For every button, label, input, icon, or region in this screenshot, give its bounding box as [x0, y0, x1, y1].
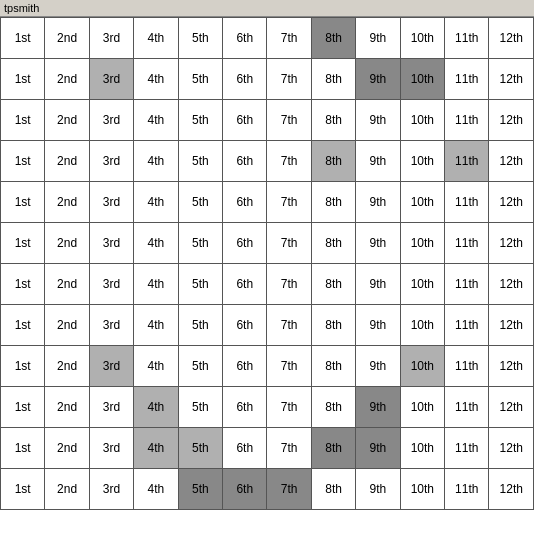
- table-cell[interactable]: 8th: [311, 428, 355, 469]
- table-cell[interactable]: 3rd: [89, 18, 133, 59]
- table-cell[interactable]: 12th: [489, 305, 534, 346]
- table-cell[interactable]: 2nd: [45, 387, 89, 428]
- table-cell[interactable]: 10th: [400, 100, 444, 141]
- table-cell[interactable]: 6th: [223, 428, 267, 469]
- table-cell[interactable]: 3rd: [89, 428, 133, 469]
- table-cell[interactable]: 10th: [400, 59, 444, 100]
- table-cell[interactable]: 6th: [223, 18, 267, 59]
- table-cell[interactable]: 1st: [1, 100, 45, 141]
- table-cell[interactable]: 11th: [445, 305, 489, 346]
- table-cell[interactable]: 10th: [400, 305, 444, 346]
- table-cell[interactable]: 7th: [267, 182, 311, 223]
- table-cell[interactable]: 10th: [400, 18, 444, 59]
- table-cell[interactable]: 12th: [489, 346, 534, 387]
- table-cell[interactable]: 1st: [1, 141, 45, 182]
- table-cell[interactable]: 4th: [134, 18, 178, 59]
- table-cell[interactable]: 11th: [445, 100, 489, 141]
- table-cell[interactable]: 4th: [134, 428, 178, 469]
- table-cell[interactable]: 1st: [1, 346, 45, 387]
- table-cell[interactable]: 7th: [267, 18, 311, 59]
- table-cell[interactable]: 2nd: [45, 469, 89, 510]
- table-cell[interactable]: 6th: [223, 182, 267, 223]
- table-cell[interactable]: 2nd: [45, 305, 89, 346]
- table-cell[interactable]: 5th: [178, 387, 222, 428]
- table-cell[interactable]: 1st: [1, 428, 45, 469]
- table-cell[interactable]: 3rd: [89, 264, 133, 305]
- table-cell[interactable]: 6th: [223, 305, 267, 346]
- table-cell[interactable]: 7th: [267, 100, 311, 141]
- table-cell[interactable]: 5th: [178, 100, 222, 141]
- table-cell[interactable]: 3rd: [89, 469, 133, 510]
- table-cell[interactable]: 3rd: [89, 305, 133, 346]
- table-cell[interactable]: 11th: [445, 428, 489, 469]
- table-cell[interactable]: 9th: [356, 18, 400, 59]
- table-cell[interactable]: 6th: [223, 469, 267, 510]
- table-cell[interactable]: 5th: [178, 223, 222, 264]
- table-cell[interactable]: 1st: [1, 387, 45, 428]
- table-cell[interactable]: 8th: [311, 182, 355, 223]
- table-cell[interactable]: 7th: [267, 141, 311, 182]
- table-cell[interactable]: 1st: [1, 264, 45, 305]
- table-cell[interactable]: 7th: [267, 264, 311, 305]
- table-cell[interactable]: 7th: [267, 346, 311, 387]
- table-cell[interactable]: 11th: [445, 182, 489, 223]
- table-cell[interactable]: 12th: [489, 223, 534, 264]
- table-cell[interactable]: 1st: [1, 182, 45, 223]
- table-cell[interactable]: 4th: [134, 305, 178, 346]
- table-cell[interactable]: 9th: [356, 182, 400, 223]
- table-cell[interactable]: 12th: [489, 59, 534, 100]
- table-cell[interactable]: 8th: [311, 141, 355, 182]
- table-cell[interactable]: 12th: [489, 387, 534, 428]
- table-cell[interactable]: 8th: [311, 346, 355, 387]
- table-cell[interactable]: 1st: [1, 469, 45, 510]
- table-cell[interactable]: 5th: [178, 59, 222, 100]
- table-cell[interactable]: 2nd: [45, 182, 89, 223]
- table-cell[interactable]: 1st: [1, 223, 45, 264]
- table-cell[interactable]: 9th: [356, 387, 400, 428]
- table-cell[interactable]: 4th: [134, 59, 178, 100]
- table-cell[interactable]: 4th: [134, 387, 178, 428]
- table-cell[interactable]: 6th: [223, 223, 267, 264]
- table-cell[interactable]: 7th: [267, 59, 311, 100]
- table-cell[interactable]: 10th: [400, 346, 444, 387]
- table-cell[interactable]: 1st: [1, 305, 45, 346]
- table-cell[interactable]: 4th: [134, 182, 178, 223]
- table-cell[interactable]: 4th: [134, 346, 178, 387]
- table-cell[interactable]: 9th: [356, 141, 400, 182]
- table-cell[interactable]: 9th: [356, 100, 400, 141]
- table-cell[interactable]: 4th: [134, 264, 178, 305]
- table-cell[interactable]: 3rd: [89, 223, 133, 264]
- table-cell[interactable]: 10th: [400, 428, 444, 469]
- table-cell[interactable]: 7th: [267, 428, 311, 469]
- table-cell[interactable]: 2nd: [45, 18, 89, 59]
- table-cell[interactable]: 3rd: [89, 141, 133, 182]
- table-cell[interactable]: 10th: [400, 387, 444, 428]
- table-cell[interactable]: 11th: [445, 18, 489, 59]
- table-cell[interactable]: 1st: [1, 59, 45, 100]
- table-cell[interactable]: 12th: [489, 141, 534, 182]
- table-cell[interactable]: 12th: [489, 428, 534, 469]
- table-cell[interactable]: 3rd: [89, 59, 133, 100]
- table-cell[interactable]: 11th: [445, 346, 489, 387]
- table-cell[interactable]: 10th: [400, 223, 444, 264]
- table-cell[interactable]: 6th: [223, 100, 267, 141]
- table-cell[interactable]: 9th: [356, 264, 400, 305]
- table-cell[interactable]: 9th: [356, 305, 400, 346]
- table-cell[interactable]: 11th: [445, 264, 489, 305]
- table-cell[interactable]: 8th: [311, 387, 355, 428]
- table-cell[interactable]: 3rd: [89, 387, 133, 428]
- table-cell[interactable]: 10th: [400, 469, 444, 510]
- table-cell[interactable]: 5th: [178, 305, 222, 346]
- table-cell[interactable]: 11th: [445, 223, 489, 264]
- table-cell[interactable]: 7th: [267, 305, 311, 346]
- table-cell[interactable]: 9th: [356, 346, 400, 387]
- table-cell[interactable]: 9th: [356, 469, 400, 510]
- table-cell[interactable]: 5th: [178, 428, 222, 469]
- table-cell[interactable]: 9th: [356, 428, 400, 469]
- table-cell[interactable]: 11th: [445, 387, 489, 428]
- table-cell[interactable]: 12th: [489, 264, 534, 305]
- table-cell[interactable]: 5th: [178, 141, 222, 182]
- table-cell[interactable]: 5th: [178, 346, 222, 387]
- table-cell[interactable]: 2nd: [45, 264, 89, 305]
- table-cell[interactable]: 12th: [489, 100, 534, 141]
